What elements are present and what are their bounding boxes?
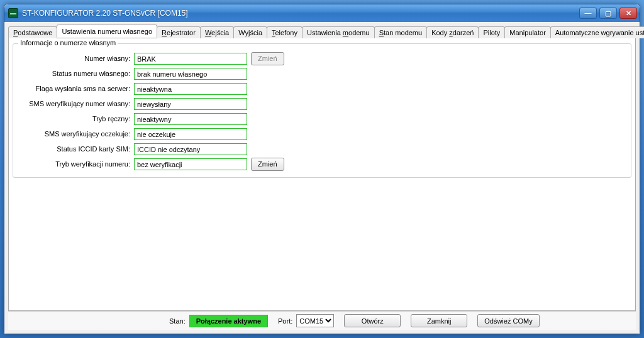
tab-ustawienia-modemu[interactable]: Ustawienia modemu bbox=[302, 26, 375, 38]
app-icon bbox=[8, 8, 18, 18]
tab-manipulator[interactable]: Manipulator bbox=[504, 26, 550, 38]
status-state-value: Połączenie aktywne bbox=[189, 315, 268, 327]
label-own-number: Numer własny: bbox=[18, 55, 134, 62]
status-port-group: Port: COM15 bbox=[278, 314, 334, 327]
status-state-group: Stan: Połączenie aktywne bbox=[169, 315, 268, 327]
row-verify-mode: Tryb weryfikacji numeru: bez weryfikacji… bbox=[18, 157, 626, 171]
close-port-button[interactable]: Zamknij bbox=[411, 314, 467, 327]
change-own-number-button[interactable]: Zmień bbox=[251, 52, 284, 65]
tab-telefony[interactable]: Telefony bbox=[267, 26, 303, 38]
label-iccid: Status ICCID karty SIM: bbox=[18, 145, 134, 153]
tab-kody-zdarzen[interactable]: Kody zdarzeń bbox=[426, 26, 479, 38]
row-sms-waiting: SMS weryfikujący oczekuje: nie oczekuje bbox=[18, 127, 626, 141]
client-area: Podstawowe Ustawienia numeru własnego Re… bbox=[4, 22, 640, 334]
tab-rejestrator[interactable]: Rejestrator bbox=[157, 26, 201, 38]
tab-wejscia[interactable]: Wejścia bbox=[200, 26, 234, 38]
row-own-number: Numer własny: BRAK Zmień bbox=[18, 52, 626, 65]
minimize-button[interactable]: — bbox=[579, 8, 597, 19]
window-title: ST-KONFIGURATOR 2.20 ST-GNSvCR [COM15] bbox=[22, 9, 579, 18]
value-iccid: ICCID nie odczytany bbox=[134, 143, 247, 155]
window-controls: — ▢ ✕ bbox=[579, 8, 637, 19]
value-sms-verify: niewysłany bbox=[134, 98, 247, 110]
tab-ustawienia-numeru[interactable]: Ustawienia numeru własnego bbox=[57, 25, 157, 38]
app-window: ST-KONFIGURATOR 2.20 ST-GNSvCR [COM15] —… bbox=[4, 4, 640, 334]
label-sms-flag: Flaga wysłania sms na serwer: bbox=[18, 85, 134, 92]
titlebar: ST-KONFIGURATOR 2.20 ST-GNSvCR [COM15] —… bbox=[4, 4, 640, 22]
status-port-label: Port: bbox=[278, 317, 292, 325]
maximize-button[interactable]: ▢ bbox=[599, 8, 617, 19]
value-own-number: BRAK bbox=[134, 53, 247, 65]
row-iccid: Status ICCID karty SIM: ICCID nie odczyt… bbox=[18, 142, 626, 156]
label-manual-mode: Tryb ręczny: bbox=[18, 115, 134, 123]
label-own-number-status: Status numeru własnego: bbox=[18, 70, 134, 77]
change-verify-mode-button[interactable]: Zmień bbox=[251, 158, 284, 171]
open-button[interactable]: Otwórz bbox=[344, 314, 401, 327]
value-sms-flag: nieaktywna bbox=[134, 83, 247, 95]
value-manual-mode: nieaktywny bbox=[134, 113, 247, 125]
tab-stan-modemu[interactable]: Stan modemu bbox=[374, 26, 428, 38]
status-bar: Stan: Połączenie aktywne Port: COM15 Otw… bbox=[8, 311, 636, 330]
tab-wyjscia[interactable]: Wyjścia bbox=[233, 26, 267, 38]
label-sms-verify: SMS weryfikujący numer własny: bbox=[18, 100, 134, 107]
tab-content: Informacje o numerze własnym Numer własn… bbox=[8, 38, 636, 311]
refresh-coms-button[interactable]: Odśwież COMy bbox=[477, 314, 539, 327]
group-own-number-info: Informacje o numerze własnym Numer własn… bbox=[13, 43, 631, 178]
row-manual-mode: Tryb ręczny: nieaktywny bbox=[18, 112, 626, 126]
row-sms-verify: SMS weryfikujący numer własny: niewysłan… bbox=[18, 97, 626, 111]
status-state-label: Stan: bbox=[169, 317, 186, 325]
value-own-number-status: brak numeru własnego bbox=[134, 68, 247, 80]
close-button[interactable]: ✕ bbox=[619, 8, 637, 19]
value-verify-mode: bez weryfikacji bbox=[134, 158, 247, 170]
tab-bar: Podstawowe Ustawienia numeru własnego Re… bbox=[8, 25, 636, 38]
form-rows: Numer własny: BRAK Zmień Status numeru w… bbox=[18, 52, 626, 171]
row-sms-flag: Flaga wysłania sms na serwer: nieaktywna bbox=[18, 82, 626, 95]
tab-piloty[interactable]: Piloty bbox=[478, 26, 505, 38]
group-title: Informacje o numerze własnym bbox=[18, 39, 118, 46]
label-verify-mode: Tryb weryfikacji numeru: bbox=[18, 160, 134, 168]
row-own-number-status: Status numeru własnego: brak numeru włas… bbox=[18, 67, 626, 80]
port-select[interactable]: COM15 bbox=[296, 314, 334, 327]
tab-auto-wgrywanie[interactable]: Automatyczne wgrywanie ustawień bbox=[550, 26, 644, 38]
label-sms-waiting: SMS weryfikujący oczekuje: bbox=[18, 130, 134, 138]
tab-podstawowe[interactable]: Podstawowe bbox=[8, 26, 57, 38]
value-sms-waiting: nie oczekuje bbox=[134, 128, 247, 140]
